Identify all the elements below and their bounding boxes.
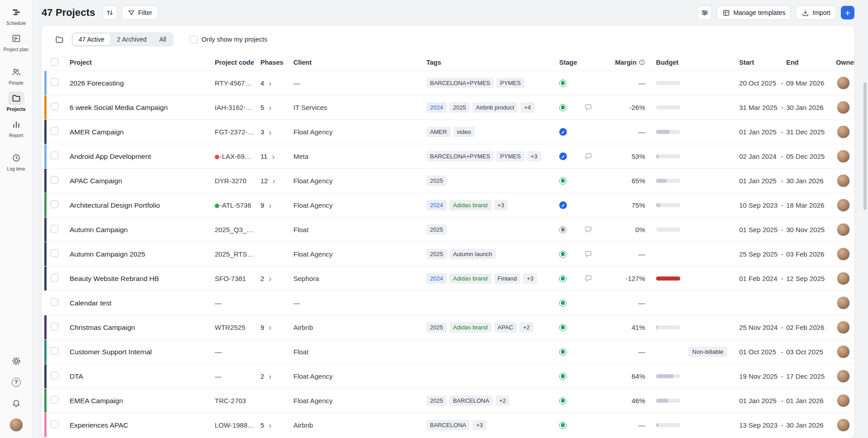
column-header-project[interactable]: Project [70, 59, 215, 66]
tag[interactable]: +3 [472, 420, 486, 430]
tag[interactable]: +3 [494, 200, 508, 210]
stage-icon[interactable] [559, 373, 566, 380]
tag[interactable]: APAC [494, 322, 517, 333]
project-name[interactable]: AMER Campaign [70, 128, 124, 136]
row-checkbox[interactable] [51, 420, 58, 428]
owner-avatar[interactable] [837, 321, 850, 334]
sidebar-item-project-plan[interactable]: Project plan [1, 32, 31, 52]
owner-avatar[interactable] [837, 223, 850, 236]
row-checkbox[interactable] [51, 347, 58, 355]
project-name[interactable]: DTA [70, 372, 83, 380]
owner-avatar[interactable] [837, 199, 850, 212]
row-checkbox[interactable] [51, 176, 58, 184]
phases-cell[interactable]: 12› [260, 177, 293, 185]
tag[interactable]: BARCELONA+PYMES [426, 151, 494, 162]
tag[interactable]: +3 [527, 151, 541, 162]
column-header-owner[interactable]: Owner [836, 59, 854, 66]
tag[interactable]: Adidas brand [449, 273, 491, 284]
tag[interactable]: 2024 [426, 102, 447, 113]
tag[interactable]: BARCELONA+PYMES [426, 78, 494, 88]
row-checkbox[interactable] [51, 371, 58, 379]
column-header-budget[interactable]: Budget [651, 59, 739, 66]
tag[interactable]: PYMES [496, 78, 524, 88]
phases-cell[interactable]: 11› [260, 152, 293, 161]
table-row[interactable]: DTA — 2› Float Agency 64% 19 Nov 2025 - … [42, 364, 854, 388]
table-row[interactable]: Calendar test — — — [42, 290, 854, 315]
tag[interactable]: 2025 [426, 395, 447, 406]
project-name[interactable]: Autumn Campaign 2025 [70, 250, 145, 258]
row-checkbox[interactable] [51, 323, 58, 330]
sidebar-item-people[interactable]: People [1, 65, 31, 86]
tag[interactable]: Autumn launch [449, 249, 496, 259]
owner-avatar[interactable] [837, 174, 850, 187]
folder-button[interactable] [52, 33, 66, 46]
filter-button[interactable]: Filter [122, 5, 158, 20]
sidebar-item-log-time[interactable]: Log time [1, 151, 31, 171]
tag[interactable]: AMER [426, 127, 451, 137]
vertical-scrollbar[interactable] [863, 82, 867, 210]
tag[interactable]: +4 [520, 102, 534, 113]
stage-icon[interactable] [559, 300, 566, 307]
table-row[interactable]: Christmas Campaign WTR2525 9› Airbnb 202… [42, 315, 854, 339]
table-row[interactable]: Autumn Campaign 2025 2025_RTS1… Float Ag… [42, 242, 854, 266]
tag[interactable]: video [453, 127, 475, 137]
tag[interactable]: PYMES [496, 151, 524, 162]
stage-icon[interactable]: ✓ [559, 152, 567, 160]
project-name[interactable]: Architectural Design Portfolio [70, 201, 160, 209]
project-name[interactable]: 2026 Forecasting [70, 79, 124, 87]
project-name[interactable]: Beauty Website Rebrand HB [70, 275, 159, 282]
row-checkbox[interactable] [51, 249, 58, 257]
tag[interactable]: Airbnb product [472, 102, 518, 113]
project-name[interactable]: Autumn Campaign [70, 226, 127, 233]
row-checkbox[interactable] [51, 127, 58, 135]
tag[interactable]: 2024 [426, 200, 447, 210]
owner-avatar[interactable] [837, 394, 850, 407]
column-header-client[interactable]: Client [293, 59, 426, 66]
stage-icon[interactable] [559, 397, 566, 405]
view-options-button[interactable] [698, 5, 712, 20]
phases-cell[interactable]: 3› [260, 128, 293, 136]
phases-cell[interactable]: 9› [260, 201, 293, 209]
row-checkbox[interactable] [51, 396, 58, 404]
project-name[interactable]: Customer Support Internal [70, 348, 152, 356]
row-checkbox[interactable] [51, 152, 58, 159]
help-icon[interactable]: ? [9, 376, 23, 389]
table-row[interactable]: Experiences APAC LOW-1988… 5› Airbnb BAR… [42, 413, 854, 437]
column-header-phases[interactable]: Phases [260, 59, 293, 66]
phases-cell[interactable]: 9› [260, 324, 293, 332]
tab-active-projects[interactable]: 47 Active [72, 33, 111, 46]
comment-icon[interactable] [585, 104, 592, 111]
stage-icon[interactable]: ✓ [559, 128, 567, 136]
sort-button[interactable] [103, 5, 117, 20]
column-header-end[interactable]: End [786, 59, 836, 66]
only-my-projects-checkbox[interactable] [190, 36, 198, 43]
sidebar-item-report[interactable]: Report [1, 118, 31, 138]
row-checkbox[interactable] [51, 225, 58, 233]
row-checkbox[interactable] [51, 298, 58, 306]
table-row[interactable]: Android App Development -LAX-69… 11› Met… [42, 144, 854, 168]
add-project-button[interactable]: + [841, 6, 854, 19]
table-row[interactable]: Customer Support Internal — Float — Non-… [42, 339, 854, 364]
import-button[interactable]: Import [796, 5, 836, 20]
table-row[interactable]: Autumn Campaign 2025_Q3_6… Float 2025 0%… [42, 217, 854, 242]
stage-icon[interactable] [559, 80, 566, 87]
owner-avatar[interactable] [837, 272, 850, 285]
project-name[interactable]: Christmas Campaign [70, 324, 135, 331]
column-header-margin[interactable]: Margin [610, 59, 651, 66]
comment-icon[interactable] [585, 250, 592, 258]
phases-cell[interactable]: 5› [260, 421, 293, 429]
table-row[interactable]: Beauty Website Rebrand HB SFO-7381 2› Se… [42, 266, 854, 290]
tag[interactable]: Adidas brand [449, 200, 491, 210]
column-header-tags[interactable]: Tags [426, 59, 559, 66]
phases-cell[interactable]: 4› [260, 79, 293, 87]
stage-icon[interactable]: ✓ [559, 201, 567, 209]
sidebar-item-schedule[interactable]: Schedule [1, 5, 31, 26]
only-my-projects-toggle[interactable]: Only show my projects [190, 36, 268, 43]
tag[interactable]: 2025 [426, 249, 447, 259]
tag[interactable]: Finland [494, 273, 521, 284]
project-name[interactable]: Experiences APAC [70, 421, 128, 429]
project-name[interactable]: 6 week Social Media Campaign [70, 104, 168, 111]
user-avatar[interactable] [9, 418, 23, 432]
column-header-start[interactable]: Start [739, 59, 778, 66]
manage-templates-button[interactable]: Manage templates [717, 5, 791, 20]
